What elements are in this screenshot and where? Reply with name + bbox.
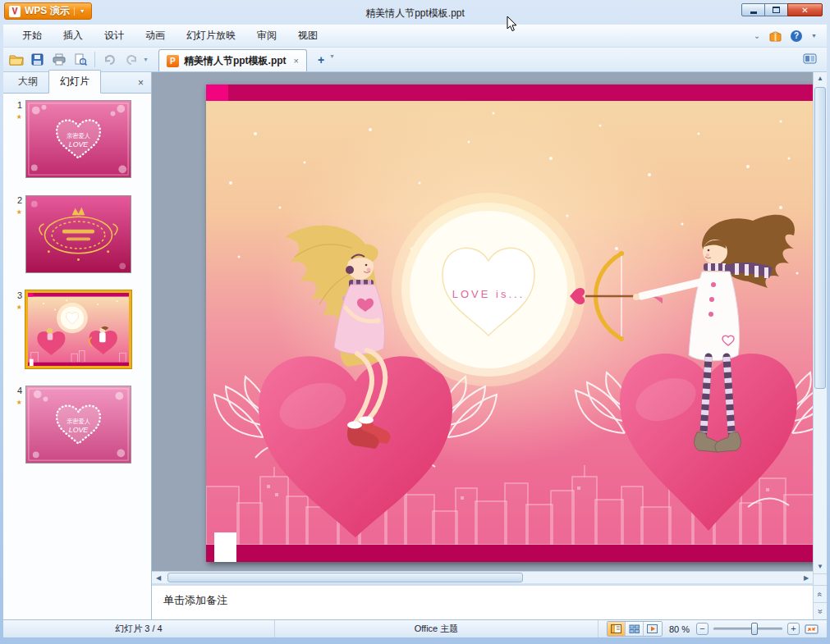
print-preview-icon [74,53,87,66]
minimize-icon [750,11,757,14]
scroll-left-button[interactable]: ◀ [152,574,165,582]
zoom-in-button[interactable]: + [787,623,800,635]
redo-icon [125,54,138,66]
presentation-file-icon: P [167,55,179,67]
slide-number: 1 [17,100,22,110]
normal-view-icon [611,624,621,633]
toolbar-separator [94,52,95,67]
svg-text:亲密爱人: 亲密爱人 [66,418,90,425]
help-caret-icon[interactable]: ▼ [811,33,817,39]
horizontal-scrollbar[interactable]: ◀ ▶ [152,571,813,583]
slide-thumbnail-1[interactable]: 亲密爱人 LOVE [25,100,131,178]
scroll-down-button[interactable]: ▼ [814,560,827,573]
slide-thumbnail-3[interactable] [25,290,131,368]
maximize-icon [773,7,780,13]
print-preview-button[interactable] [71,50,89,69]
svg-text:LOVE: LOVE [69,140,89,148]
document-tab-label: 精美情人节ppt模板.ppt [184,54,287,68]
tab-close-icon[interactable]: × [294,56,299,66]
moon-heart-badge[interactable]: LOVE is... [392,193,585,386]
save-icon [31,53,44,66]
vertical-scrollbar-thumb[interactable] [814,87,826,389]
titlebar: V WPS 演示 ▼ 精美情人节ppt模板.ppt ✕ [0,0,830,25]
slide-top-bar [206,84,817,101]
slideshow-play-icon [647,624,658,633]
next-slide-button[interactable]: « [814,602,827,619]
menu-slideshow[interactable]: 幻灯片放映 [176,25,246,47]
transition-star-icon: ★ [3,303,22,313]
print-button[interactable] [49,50,68,69]
vertical-scrollbar[interactable]: ▲ ▼ « « [813,72,827,619]
menu-animation[interactable]: 动画 [135,25,176,47]
undo-button[interactable] [100,50,119,69]
new-tab-caret-icon[interactable]: ▼ [329,53,335,59]
panel-tabs: 大纲 幻灯片 × [3,72,151,94]
tab-outline[interactable]: 大纲 [7,71,48,93]
editor-area: LOVE is... [152,72,827,619]
slideshow-button[interactable] [644,622,662,636]
slide-thumbnail-4[interactable]: 亲密爱人 LOVE [25,386,131,464]
skin-icon[interactable] [769,30,782,42]
document-tab[interactable]: P 精美情人节ppt模板.ppt × [158,49,307,71]
minimize-button[interactable] [741,3,765,16]
tab-slides[interactable]: 幻灯片 [48,70,101,94]
open-folder-icon [9,53,24,66]
notes-placeholder: 单击添加备注 [163,594,227,606]
zoom-slider-thumb[interactable] [751,623,758,635]
notes-area[interactable]: 单击添加备注 [152,583,813,619]
love-text: LOVE is... [452,288,525,300]
zoom-out-button[interactable]: − [696,623,708,635]
mouse-cursor-icon [507,16,517,32]
open-button[interactable] [7,50,25,69]
fit-window-icon [805,623,819,635]
slides-panel: 大纲 幻灯片 × 1 ★ [3,72,152,619]
svg-text:亲密爱人: 亲密爱人 [66,132,90,139]
scroll-up-button[interactable]: ▲ [814,72,827,85]
redo-button[interactable] [122,50,140,69]
quick-toolbar: ▼ P 精美情人节ppt模板.ppt × + ▼ [3,48,827,72]
svg-text:LOVE: LOVE [69,426,89,434]
menu-insert[interactable]: 插入 [53,25,94,47]
thumbnail-row-2: 2 ★ [3,195,151,273]
undo-history-caret-icon[interactable]: ▼ [143,57,149,62]
slide-number: 4 [17,386,22,395]
print-icon [53,53,66,66]
zoom-label: 80 % [669,624,690,634]
slide-sorter-icon [629,624,640,633]
zoom-slider[interactable] [713,628,782,630]
collapse-ribbon-icon[interactable]: ⌄ [754,31,760,40]
menu-view[interactable]: 视图 [287,25,328,47]
scroll-right-button[interactable]: ▶ [800,574,813,582]
window-title: 精美情人节ppt模板.ppt [0,7,830,21]
view-normal-button[interactable] [608,622,626,636]
transition-star-icon: ★ [3,398,22,408]
menu-design[interactable]: 设计 [94,25,135,47]
view-sorter-button[interactable] [626,622,644,636]
view-switch-icon [803,53,817,64]
transition-star-icon: ★ [3,208,22,217]
panel-close-icon[interactable]: × [131,77,151,89]
slide-indicator: 幻灯片 3 / 4 [3,623,274,635]
thumbnail-list: 1 ★ [3,94,151,619]
thumbnail-row-3: 3 ★ [3,290,151,368]
save-button[interactable] [28,50,47,69]
menu-review[interactable]: 审阅 [246,25,287,47]
view-switch-button[interactable] [803,53,827,67]
slide-bottom-white-square [214,532,236,562]
new-tab-button[interactable]: + [313,52,329,68]
help-icon[interactable]: ? [791,30,802,42]
close-button[interactable]: ✕ [787,3,823,16]
fit-window-button[interactable] [805,623,819,635]
slide-canvas[interactable]: LOVE is... [206,84,817,562]
status-bar: 幻灯片 3 / 4 Office 主题 [3,619,827,637]
undo-icon [103,54,117,66]
horizontal-scrollbar-thumb[interactable] [167,573,523,582]
thumbnail-row-4: 4 ★ [3,386,151,464]
previous-slide-button[interactable]: « [814,585,827,602]
wps-window: V WPS 演示 ▼ 精美情人节ppt模板.ppt ✕ 开始 插入 设计 动画 … [0,0,830,644]
slide-thumbnail-2[interactable] [25,195,131,273]
menu-home[interactable]: 开始 [11,25,53,47]
menu-bar: 开始 插入 设计 动画 幻灯片放映 审阅 视图 ⌄ ? ▼ [3,25,827,48]
slide-number: 3 [17,290,22,300]
maximize-button[interactable] [764,3,788,16]
